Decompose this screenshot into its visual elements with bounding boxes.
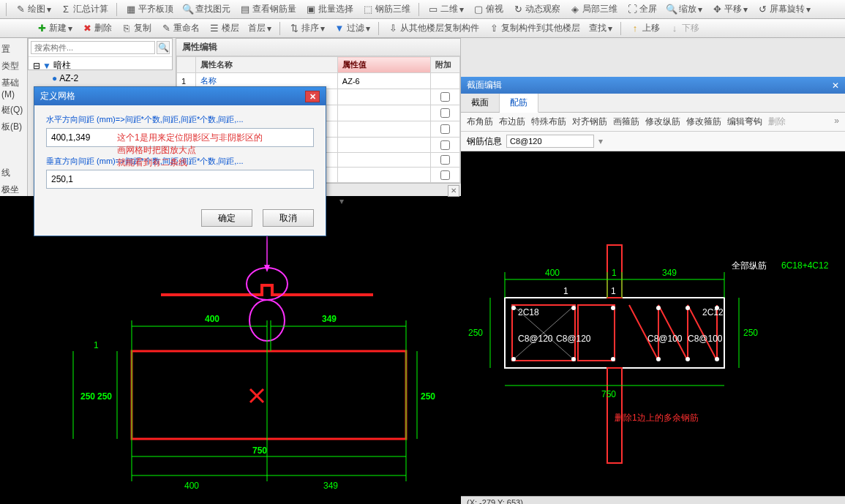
tree-child[interactable]: ●AZ-2 [33, 72, 168, 84]
horiz-label: 水平方向间距 (mm)=>间距*个数,间距,间距*个数,间距,... [46, 114, 314, 125]
property-title: 属性编辑 [176, 39, 460, 56]
tab-section[interactable]: 截面 [461, 94, 500, 112]
copy-from-floor-btn[interactable]: ⇩从其他楼层复制构件 [385, 21, 481, 35]
sum-btn[interactable]: Σ汇总计算 [58, 2, 110, 16]
tree-search-input[interactable] [31, 41, 155, 54]
stirrup-btn[interactable]: 画箍筋 [613, 116, 639, 128]
rebar-info-label: 钢筋信息 [467, 135, 502, 148]
svg-text:2C12: 2C12 [702, 307, 724, 317]
cancel-button[interactable]: 取消 [263, 209, 314, 227]
batch-select-btn[interactable]: ▣批量选择 [303, 2, 356, 16]
mod-stirrup-btn[interactable]: 修改箍筋 [686, 116, 721, 128]
first-floor-btn[interactable]: 首层 ▾ [246, 21, 274, 35]
main-toolbar-2: ✚新建 ▾ ✖删除 ⎘复制 ✎重命名 ☰楼层 首层 ▾ ⇅排序 ▾ ▼过滤 ▾ … [0, 19, 845, 38]
section-toolbar: 布角筋 布边筋 特殊布筋 对齐钢筋 画箍筋 修改纵筋 修改箍筋 编辑弯钩 删除 … [461, 113, 845, 132]
append-check[interactable] [440, 155, 450, 165]
svg-point-65 [715, 306, 719, 310]
section-drawing-right: 400 349 1 1 1 250 250 750 全部纵筋 6C18+4C12… [461, 151, 845, 504]
dim-349: 349 [322, 314, 337, 324]
svg-point-67 [686, 357, 690, 361]
svg-point-66 [656, 357, 661, 361]
svg-point-64 [686, 306, 690, 310]
vert-input[interactable] [46, 170, 314, 189]
col-name: 属性名称 [196, 57, 338, 73]
edge-rebar-btn[interactable]: 布边筋 [499, 116, 525, 128]
align-slab-btn[interactable]: ▦平齐板顶 [123, 2, 176, 16]
special-rebar-btn[interactable]: 特殊布筋 [531, 116, 566, 128]
filter-btn[interactable]: ▼过滤 ▾ [331, 21, 372, 35]
rebar-info-input[interactable] [506, 135, 594, 148]
dropdown-icon[interactable]: ▾ [337, 196, 347, 206]
tab-rebar[interactable]: 配筋 [500, 94, 538, 113]
draw-btn[interactable]: ✎绘图 ▾ [12, 2, 53, 16]
rename-btn[interactable]: ✎重命名 [158, 21, 202, 35]
svg-text:349: 349 [323, 481, 338, 491]
find-elem-btn[interactable]: 🔍查找图元 [180, 2, 233, 16]
floor-btn[interactable]: ☰楼层 [206, 21, 241, 35]
grid-dialog: 定义网格 ✕ 水平方向间距 (mm)=>间距*个数,间距,间距*个数,间距,..… [34, 86, 326, 236]
main-toolbar-1: ✎绘图 ▾ Σ汇总计算 ▦平齐板顶 🔍查找图元 ▤查看钢筋量 ▣批量选择 ⬚钢筋… [0, 0, 845, 19]
svg-text:250: 250 [97, 391, 112, 402]
rebar-3d-btn[interactable]: ⬚钢筋三维 [360, 2, 413, 16]
2d-btn[interactable]: ▭二维 ▾ [425, 2, 466, 16]
copy-to-floor-btn[interactable]: ⇧复制构件到其他楼层 [486, 21, 582, 35]
fullscreen-btn[interactable]: ⛶全屏 [624, 2, 659, 16]
zoom-btn[interactable]: 🔍缩放 ▾ [664, 2, 705, 16]
horiz-input[interactable] [46, 128, 314, 147]
svg-text:全部纵筋: 全部纵筋 [732, 260, 767, 271]
svg-text:750: 750 [252, 445, 267, 456]
svg-text:1: 1 [94, 340, 99, 350]
svg-text:1: 1 [612, 268, 617, 278]
close-icon[interactable]: ✕ [832, 80, 839, 91]
local-3d-btn[interactable]: ◈局部三维 [567, 2, 620, 16]
section-editor: 截面编辑 ✕ 截面 配筋 布角筋 布边筋 特殊布筋 对齐钢筋 画箍筋 修改纵筋 … [461, 77, 845, 504]
svg-text:750: 750 [601, 389, 616, 399]
mod-long-btn[interactable]: 修改纵筋 [645, 116, 680, 128]
copy-btn[interactable]: ⎘复制 [119, 21, 154, 35]
svg-text:C8@100: C8@100 [647, 334, 683, 344]
cat-item[interactable]: 梃(Q) [0, 102, 27, 119]
sort-btn[interactable]: ⇅排序 ▾ [286, 21, 327, 35]
cat-item[interactable]: 板(B) [0, 119, 27, 135]
section-canvas[interactable]: 400 349 1 1 1 250 250 750 全部纵筋 6C18+4C12… [461, 151, 845, 504]
append-check[interactable] [440, 170, 450, 180]
col-value: 属性值 [337, 57, 430, 73]
orbit-btn[interactable]: ↻动态观察 [510, 2, 563, 16]
delete-rebar-btn[interactable]: 删除 [768, 116, 786, 128]
cat-item[interactable]: 置 [0, 41, 27, 58]
svg-text:1: 1 [611, 286, 616, 296]
svg-text:250: 250 [80, 391, 95, 402]
ok-button[interactable]: 确定 [201, 209, 252, 227]
corner-rebar-btn[interactable]: 布角筋 [467, 116, 493, 128]
down-btn[interactable]: ↓下移 [666, 21, 702, 35]
tree-search-go[interactable]: 🔍 [157, 41, 170, 54]
align-rebar-btn[interactable]: 对齐钢筋 [572, 116, 607, 128]
component-tree: 🔍 ⊟▼暗柱 ●AZ-2 [28, 38, 173, 70]
svg-text:C8@120: C8@120 [518, 334, 553, 344]
top-view-btn[interactable]: ▢俯视 [470, 2, 506, 16]
close-icon[interactable]: ✕ [305, 91, 320, 102]
svg-point-58 [571, 306, 576, 310]
close-icon[interactable]: ✕ [448, 185, 459, 197]
search-btn[interactable]: 查找 ▾ [587, 21, 615, 35]
dim-400: 400 [205, 314, 219, 324]
append-check[interactable] [440, 124, 450, 134]
append-check[interactable] [440, 108, 450, 118]
section-drawing-left: 400 349 1 250 250 250 750 400 349 [0, 196, 461, 504]
main-canvas[interactable]: 400 349 1 250 250 250 750 400 349 [0, 196, 461, 504]
delete-btn[interactable]: ✖删除 [79, 21, 114, 35]
tree-root[interactable]: ⊟▼暗柱 [33, 59, 168, 72]
append-check[interactable] [440, 140, 450, 150]
cat-item[interactable]: 类型 [0, 58, 27, 75]
cat-item[interactable]: 线 [0, 165, 27, 181]
svg-point-57 [511, 306, 516, 310]
view-rebar-btn[interactable]: ▤查看钢筋量 [237, 2, 298, 16]
edit-hook-btn[interactable]: 编辑弯钩 [727, 116, 762, 128]
pan-btn[interactable]: ✥平移 ▾ [709, 2, 750, 16]
rotate-btn[interactable]: ↺屏幕旋转 ▾ [754, 2, 813, 16]
append-check[interactable] [440, 92, 450, 102]
new-btn[interactable]: ✚新建 ▾ [34, 21, 75, 35]
cat-item[interactable]: 基础(M) [0, 75, 27, 102]
up-btn[interactable]: ↑上移 [627, 21, 662, 35]
svg-rect-31 [578, 305, 615, 361]
